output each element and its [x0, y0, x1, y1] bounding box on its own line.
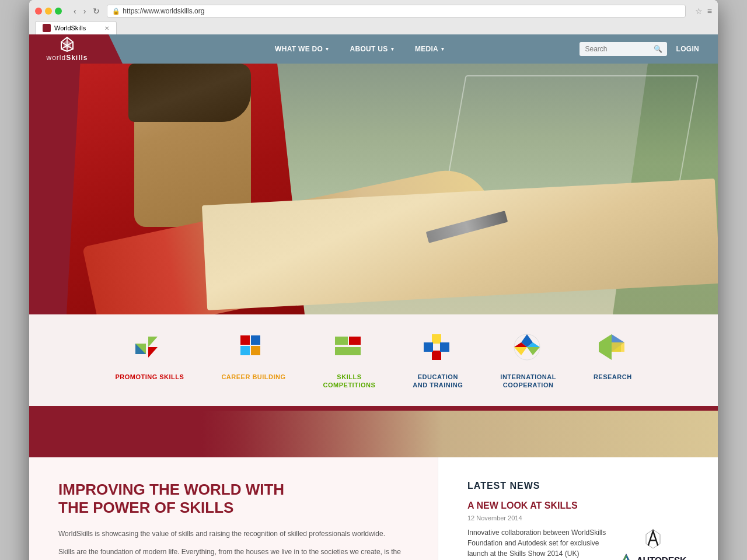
autodesk-text: AUTODESK. [637, 556, 689, 560]
svg-marker-6 [148, 337, 158, 347]
browser-window: ‹ › ↻ 🔒 https://www.worldskills.org ☆ ≡ … [29, 0, 718, 560]
svg-rect-12 [251, 346, 260, 355]
menu-icon[interactable]: ≡ [707, 6, 712, 16]
chevron-down-icon: ▾ [326, 46, 329, 52]
main-desc-1: WorldSkills is showcasing the value of s… [58, 528, 409, 540]
content-right: LATEST NEWS A NEW LOOK AT SKILLS 12 Nove… [438, 457, 718, 560]
career-building-label: CAREER BUILDING [221, 373, 285, 381]
svg-rect-17 [432, 351, 441, 360]
svg-rect-14 [349, 337, 361, 345]
site-header-nav: WHAT WE DO ▾ ABOUT US ▾ MEDIA ▾ [47, 34, 718, 64]
news-article-content: Innovative collaboration between WorldSk… [467, 527, 689, 560]
svg-rect-9 [240, 335, 250, 345]
logo-icon [58, 36, 76, 52]
nav-media[interactable]: MEDIA ▾ [404, 34, 455, 64]
content-area: IMPROVING THE WORLD WITH THE POWER OF SK… [29, 457, 718, 560]
tab-favicon [43, 24, 51, 32]
main-heading: IMPROVING THE WORLD WITH THE POWER OF SK… [58, 481, 409, 517]
news-heading: LATEST NEWS [467, 481, 689, 491]
login-button[interactable]: LOGIN [667, 34, 709, 64]
content-left: IMPROVING THE WORLD WITH THE POWER OF SK… [29, 457, 438, 560]
hero-footer-strip [29, 411, 718, 457]
bookmark-icon[interactable]: ☆ [695, 6, 703, 16]
research-label: RESEARCH [594, 373, 632, 381]
forward-button[interactable]: › [81, 5, 89, 17]
skills-competitions-icon [331, 331, 366, 366]
traffic-lights [35, 8, 62, 15]
tab-title: WorldSkills [54, 24, 86, 32]
category-research[interactable]: RESEARCH [575, 331, 651, 390]
svg-rect-10 [251, 335, 260, 345]
address-bar[interactable]: 🔒 https://www.worldskills.org [107, 5, 685, 18]
ssl-icon: 🔒 [112, 8, 120, 15]
category-bar: PROMOTING SKILLS CAREER BUILDING [29, 314, 718, 408]
hero-section [29, 64, 718, 314]
promoting-skills-icon [132, 331, 167, 366]
promoting-skills-label: PROMOTING SKILLS [115, 373, 184, 381]
svg-rect-19 [440, 342, 449, 352]
autodesk-name: AUTODESK. [618, 553, 689, 560]
svg-marker-7 [148, 347, 158, 358]
worldskills-logo: worldSkills [46, 36, 88, 62]
search-icon: 🔍 [654, 45, 662, 53]
news-article-title[interactable]: A NEW LOOK AT SKILLS [467, 501, 689, 511]
site-header: worldSkills WHAT WE DO ▾ ABOUT US ▾ [29, 34, 718, 64]
category-international-cooperation[interactable]: INTERNATIONALCOOPERATION [481, 331, 575, 390]
svg-rect-28 [612, 342, 624, 352]
nav-what-we-do[interactable]: WHAT WE DO ▾ [264, 34, 339, 64]
international-cooperation-label: INTERNATIONALCOOPERATION [500, 373, 556, 390]
autodesk-a-icon [618, 553, 634, 560]
career-building-icon [236, 331, 271, 366]
skills-competitions-label: SKILLSCOMPETITIONS [323, 373, 376, 390]
category-education-training[interactable]: EDUCATIONAND TRAINING [394, 331, 481, 390]
browser-chrome: ‹ › ↻ 🔒 https://www.worldskills.org ☆ ≡ … [29, 0, 718, 34]
svg-rect-18 [424, 342, 433, 352]
header-right: 🔍 LOGIN [580, 34, 718, 64]
website: worldSkills WHAT WE DO ▾ ABOUT US ▾ [29, 34, 718, 560]
svg-rect-15 [335, 347, 361, 355]
search-wrapper: 🔍 [580, 42, 667, 56]
nav-about-us[interactable]: ABOUT US ▾ [340, 34, 404, 64]
news-article-date: 12 November 2014 [467, 514, 689, 522]
chevron-down-icon: ▾ [441, 46, 444, 52]
active-tab[interactable]: WorldSkills ✕ [35, 21, 117, 34]
minimize-button[interactable] [45, 8, 52, 15]
back-button[interactable]: ‹ [71, 5, 79, 17]
research-icon [595, 331, 630, 366]
logo-area[interactable]: worldSkills [29, 34, 123, 64]
hero-image [29, 64, 718, 314]
browser-actions: ☆ ≡ [695, 6, 712, 16]
autodesk-logo: AUTODESK. [618, 527, 689, 560]
education-training-label: EDUCATIONAND TRAINING [413, 373, 463, 390]
autodesk-symbol-icon [641, 527, 665, 551]
tab-bar: WorldSkills ✕ [35, 21, 712, 34]
category-promoting-skills[interactable]: PROMOTING SKILLS [96, 331, 203, 390]
svg-rect-11 [240, 346, 250, 355]
tab-close-icon[interactable]: ✕ [104, 25, 109, 32]
nav-buttons: ‹ › ↻ [71, 5, 102, 17]
main-desc-2: Skills are the foundation of modern life… [58, 547, 409, 560]
browser-controls: ‹ › ↻ 🔒 https://www.worldskills.org ☆ ≡ [35, 5, 712, 18]
chevron-down-icon: ▾ [391, 46, 394, 52]
education-training-icon [420, 331, 455, 366]
international-cooperation-icon [511, 331, 546, 366]
close-button[interactable] [35, 8, 42, 15]
svg-rect-13 [335, 337, 348, 345]
category-skills-competitions[interactable]: SKILLSCOMPETITIONS [305, 331, 395, 390]
maximize-button[interactable] [55, 8, 62, 15]
category-career-building[interactable]: CAREER BUILDING [203, 331, 304, 390]
refresh-button[interactable]: ↻ [90, 5, 102, 17]
header-nav-links: WHAT WE DO ▾ ABOUT US ▾ MEDIA ▾ [140, 34, 580, 64]
svg-rect-16 [432, 334, 441, 344]
news-article-body: Innovative collaboration between WorldSk… [467, 527, 609, 559]
url-text: https://www.worldskills.org [123, 7, 204, 15]
